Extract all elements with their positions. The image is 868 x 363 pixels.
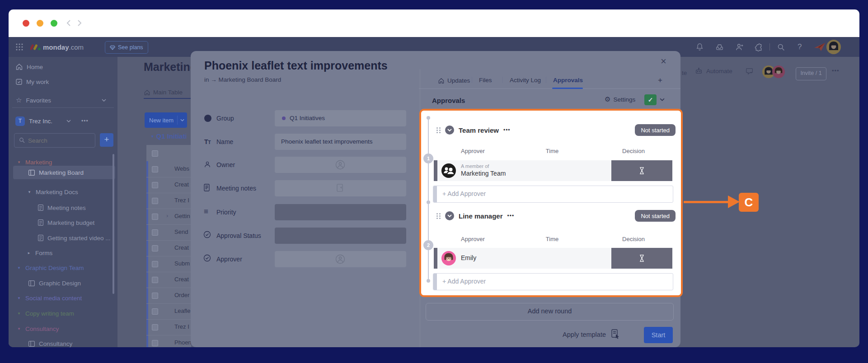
invite-button[interactable]: Invite / 1 — [796, 67, 826, 80]
new-item-button[interactable]: New item — [145, 112, 187, 128]
apply-template-icon[interactable] — [611, 329, 620, 339]
row-checkbox[interactable] — [152, 293, 158, 299]
table-row[interactable]: Leafle — [146, 303, 191, 320]
priority-value[interactable] — [275, 204, 406, 220]
sidebar-item-graphic-design[interactable]: Graphic Design — [28, 278, 81, 288]
table-row[interactable]: Order — [146, 288, 191, 304]
add-board-button[interactable]: + — [100, 133, 113, 147]
workspace-selector[interactable]: T Trez Inc. ••• — [15, 116, 108, 126]
start-button[interactable]: Start — [644, 327, 673, 343]
chevron-down-icon[interactable] — [660, 98, 665, 101]
row-checkbox[interactable] — [152, 229, 158, 236]
table-row[interactable]: Trez I — [146, 319, 191, 335]
sidebar-item-my-work[interactable]: My work — [16, 77, 49, 87]
round-menu-icon[interactable]: ••• — [507, 213, 515, 219]
sidebar-search[interactable] — [14, 133, 95, 148]
meeting-notes-value[interactable] — [275, 180, 406, 196]
row-checkbox[interactable] — [152, 261, 158, 267]
table-row[interactable]: Creat — [146, 272, 191, 288]
sidebar-item-favorites[interactable]: ☆ Favorites — [16, 95, 106, 105]
approval-status-value[interactable] — [275, 228, 406, 244]
sidebar-folder-forms[interactable]: ▸ Forms — [27, 248, 52, 258]
drag-handle-icon[interactable] — [436, 213, 441, 219]
add-tab-button[interactable]: + — [658, 76, 662, 85]
user-avatar[interactable] — [826, 40, 841, 54]
table-row[interactable]: Creat — [146, 240, 191, 256]
tab-main-table[interactable]: Main Table — [144, 89, 183, 96]
sidebar-doc-marketing-budget[interactable]: Marketing budget — [38, 218, 94, 228]
apps-marketplace-puzzle-icon[interactable] — [754, 43, 763, 51]
back-icon[interactable] — [66, 19, 71, 27]
notifications-bell-icon[interactable] — [695, 42, 704, 51]
round-menu-icon[interactable]: ••• — [503, 127, 511, 133]
approvals-settings-button[interactable]: ⚙ Settings — [605, 95, 635, 103]
owner-value[interactable] — [275, 157, 406, 173]
row-checkbox[interactable] — [152, 214, 158, 220]
apply-template-button[interactable]: Apply template — [529, 331, 606, 338]
sidebar-scrollbar[interactable] — [113, 154, 114, 294]
sidebar-item-marketing-board[interactable]: Marketing Board — [28, 168, 84, 177]
table-row[interactable]: Subm — [146, 256, 191, 272]
select-all-checkbox[interactable] — [152, 150, 158, 157]
add-approver-input[interactable]: + Add Approver — [433, 186, 673, 203]
sidebar-doc-meeting-notes[interactable]: Meeting notes — [38, 203, 86, 213]
monday-logo-text[interactable]: monday.com — [43, 43, 84, 51]
approver-row[interactable]: Emily — [434, 248, 672, 269]
group-value[interactable]: Q1 Initiatives — [275, 110, 406, 126]
row-checkbox[interactable] — [152, 198, 158, 204]
approver-row[interactable]: A member of Marketing Team — [434, 160, 672, 181]
sidebar-item-home[interactable]: Home — [16, 62, 43, 72]
close-icon[interactable]: × — [661, 56, 666, 67]
tab-activity-log[interactable]: Activity Log — [510, 77, 541, 84]
add-approver-input[interactable]: + Add Approver — [433, 273, 673, 290]
name-value[interactable]: Phoenix leaflet text improvements — [275, 134, 406, 150]
table-row[interactable]: Send — [146, 224, 191, 241]
chat-icon[interactable] — [745, 67, 754, 75]
sidebar-folder-consultancy[interactable]: ▾ Consultancy — [17, 324, 59, 334]
sidebar-folder-copy-writing[interactable]: ▾ Copy writing team — [17, 308, 74, 318]
breadcrumb[interactable]: in → Marketing Board Board — [204, 76, 281, 83]
group-header[interactable]: ▾ Q1 Initiatives — [151, 132, 186, 140]
row-checkbox[interactable] — [152, 340, 158, 346]
drag-handle-icon[interactable] — [436, 127, 441, 133]
sidebar-folder-marketing-docs[interactable]: ▾ Marketing Docs — [27, 187, 78, 197]
tab-approvals[interactable]: Approvals — [553, 77, 583, 84]
collapse-group-icon[interactable]: ▾ — [151, 134, 154, 139]
help-icon[interactable]: ? — [798, 42, 802, 51]
close-window-button[interactable] — [23, 20, 29, 27]
board-menu-icon[interactable]: ••• — [832, 67, 840, 74]
sidebar-folder-graphic-design-team[interactable]: ▾ Graphic Design Team — [17, 263, 84, 273]
table-row[interactable]: › Gettin — [146, 209, 191, 225]
table-row[interactable]: Trez I — [146, 193, 191, 209]
minimize-window-button[interactable] — [37, 20, 43, 27]
approver-value[interactable] — [275, 251, 406, 267]
sidebar-doc-getting-started[interactable]: Getting started video ... — [38, 233, 111, 243]
inbox-tray-icon[interactable] — [715, 43, 724, 51]
see-plans-button[interactable]: See plans — [105, 41, 148, 54]
forward-icon[interactable] — [77, 19, 82, 27]
table-row[interactable]: Phoen — [146, 335, 191, 347]
collapse-round-icon[interactable] — [445, 126, 454, 135]
row-checkbox[interactable] — [152, 245, 158, 251]
search-input[interactable] — [27, 134, 92, 147]
search-icon[interactable] — [777, 43, 785, 51]
approval-status-selector[interactable]: ✓ — [644, 94, 657, 105]
workspace-menu-icon[interactable]: ••• — [81, 118, 89, 124]
invite-members-icon[interactable] — [735, 43, 744, 51]
row-checkbox[interactable] — [152, 308, 158, 315]
table-row[interactable]: Creat — [146, 177, 191, 193]
chevron-down-icon[interactable] — [180, 119, 184, 121]
row-checkbox[interactable] — [152, 182, 158, 188]
tab-updates[interactable]: Updates — [438, 77, 470, 84]
integrate-button[interactable]: te — [682, 70, 690, 76]
apps-grid-icon[interactable] — [16, 43, 23, 51]
row-checkbox[interactable] — [152, 166, 158, 172]
automate-button[interactable]: Automate — [695, 67, 732, 74]
tab-files[interactable]: Files — [479, 77, 492, 84]
add-new-round-button[interactable]: Add new round — [426, 303, 674, 321]
row-checkbox[interactable] — [152, 324, 158, 330]
sidebar-item-consultancy-board[interactable]: Consultancy — [28, 339, 72, 347]
row-checkbox[interactable] — [152, 277, 158, 283]
sidebar-folder-social-media[interactable]: ▾ Social media content — [17, 293, 82, 303]
zoom-window-button[interactable] — [51, 20, 57, 27]
